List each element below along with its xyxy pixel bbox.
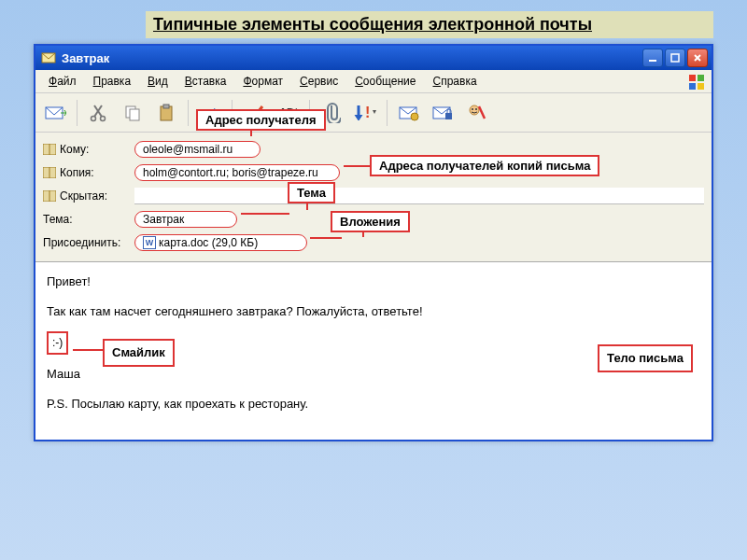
callout-smiley: Смайлик [103,339,175,367]
message-headers: Кому: oleole@msmail.ru Копия: holm@conto… [35,133,712,262]
svg-rect-2 [671,54,679,62]
svg-rect-5 [689,75,696,81]
slide-caption: Типичные элементы сообщения электронной … [146,11,713,38]
send-icon[interactable] [41,99,69,127]
svg-point-28 [475,108,477,110]
connector [241,213,289,215]
body-smiley: :-) [47,331,68,354]
svg-rect-15 [130,109,139,120]
svg-rect-25 [445,113,452,119]
connector [73,349,103,351]
menu-edit[interactable]: Правка [86,72,139,91]
svg-text:▾: ▾ [373,107,376,116]
callout-recipient: Адрес получателя [196,109,326,131]
close-button[interactable] [687,49,708,67]
svg-point-12 [92,116,96,120]
svg-rect-6 [698,75,704,81]
callout-body: Тело письма [598,344,693,372]
body-greeting: Привет! [47,272,700,292]
subject-label: Тема: [43,213,134,226]
offline-icon[interactable] [462,99,490,127]
title-bar: Завтрак [35,46,712,70]
compose-window: Завтрак Файл Правка Вид Вставка Формат С… [34,44,713,441]
cc-label: Копия: [43,166,134,179]
toolbar: ABC !▾ [35,93,712,133]
callout-attachment: Вложения [331,211,410,232]
attach-field[interactable]: W карта.doc (29,0 КБ) [134,234,307,251]
cut-icon[interactable] [85,99,113,127]
message-body[interactable]: Привет! Так как там насчет сегодняшнего … [35,262,712,440]
menu-message[interactable]: Сообщение [347,72,423,91]
svg-rect-8 [698,83,704,90]
svg-text:!: ! [365,105,370,120]
app-icon [41,50,56,65]
menu-insert[interactable]: Вставка [177,72,234,91]
to-field[interactable]: oleole@msmail.ru [134,141,261,158]
svg-rect-17 [163,105,169,108]
connector [310,237,342,239]
menu-help[interactable]: Справка [425,72,484,91]
copy-icon[interactable] [119,99,147,127]
window-title: Завтрак [62,51,642,65]
word-doc-icon: W [143,236,156,249]
body-line1: Так как там насчет сегодняшнего завтрака… [47,301,700,322]
svg-line-29 [479,106,485,119]
minimize-button[interactable] [642,49,663,67]
subject-field[interactable]: Завтрак [134,211,237,228]
menu-format[interactable]: Формат [235,72,290,91]
body-ps: P.S. Посылаю карту, как проехать к ресто… [47,394,700,414]
menu-file[interactable]: Файл [41,72,84,91]
paste-icon[interactable] [152,99,180,127]
encrypt-icon[interactable] [429,99,457,127]
callout-cc: Адреса получателей копий письма [370,155,599,176]
menu-service[interactable]: Сервис [292,72,345,91]
priority-icon[interactable]: !▾ [351,99,379,127]
windows-flag-icon [687,72,708,92]
to-label: Кому: [43,143,134,156]
menu-view[interactable]: Вид [140,72,176,91]
sign-icon[interactable] [395,99,423,127]
callout-subject: Тема [288,182,335,203]
bcc-field[interactable] [134,188,704,204]
menubar: Файл Правка Вид Вставка Формат Сервис Со… [35,70,712,93]
svg-point-13 [101,116,106,120]
maximize-button[interactable] [665,49,685,67]
cc-field[interactable]: holm@contort.ru; boris@trapeze.ru [134,164,340,181]
connector [344,165,370,167]
svg-rect-7 [689,83,696,90]
attach-label: Присоединить: [43,236,134,249]
svg-point-23 [411,113,418,120]
svg-point-27 [472,108,473,110]
bcc-label: Скрытая: [43,189,134,203]
